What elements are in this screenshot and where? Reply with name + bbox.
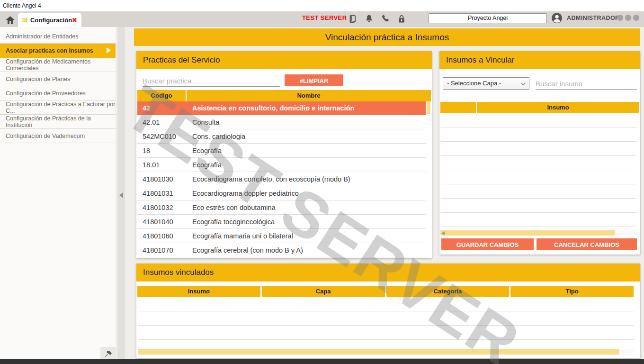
practice-code: 41801031 bbox=[137, 190, 192, 197]
practice-name: Asistencia en consultorio, domicilio e i… bbox=[192, 104, 426, 112]
column-header-nombre[interactable]: Nombre bbox=[187, 90, 431, 101]
capa-select[interactable]: - Seleccione Capa - bbox=[443, 77, 529, 90]
search-insumo-input[interactable] bbox=[536, 78, 637, 90]
pin-icon bbox=[104, 350, 113, 359]
page-title: Vinculación práctica a Insumos bbox=[134, 28, 640, 46]
practices-panel-title: Practicas del Servicio bbox=[136, 51, 432, 69]
search-practice-input[interactable] bbox=[143, 75, 280, 87]
table-row[interactable]: 41801031 Ecocardiograma doppler pediatri… bbox=[137, 186, 426, 200]
empty-row bbox=[441, 199, 636, 213]
sidebar-item-administrador-entidades[interactable]: Administrador de Entidades bbox=[0, 29, 116, 44]
practice-name: Eco estrés con dobutamina bbox=[192, 204, 426, 211]
horizontal-scrollbar-thumb[interactable] bbox=[440, 230, 615, 236]
horizontal-scrollbar-thumb[interactable] bbox=[138, 349, 619, 355]
practice-code: 41801070 bbox=[137, 246, 192, 254]
scrollbar-arrow-icon bbox=[441, 231, 445, 235]
practices-panel: Practicas del Servicio #LIMPIAR Codigo N… bbox=[136, 51, 432, 258]
status-dots bbox=[617, 15, 639, 21]
table-row[interactable]: 41801060 Ecografía mamaria uni o bilater… bbox=[137, 229, 426, 243]
vinculados-table-body bbox=[138, 297, 634, 340]
user-avatar[interactable] bbox=[551, 12, 563, 24]
phone-button[interactable] bbox=[380, 13, 391, 24]
capa-select-value: - Seleccione Capa - bbox=[447, 80, 501, 87]
tab-configuracion[interactable]: Configuración ✖ bbox=[18, 13, 81, 27]
horizontal-scrollbar[interactable] bbox=[440, 230, 636, 236]
table-row[interactable]: 542MC010 Cons. cardiologia bbox=[137, 129, 426, 144]
table-row[interactable]: 18.01 Ecografía bbox=[137, 158, 426, 172]
empty-row bbox=[441, 113, 636, 127]
table-row[interactable]: 18 Ecografía bbox=[137, 144, 426, 158]
table-row[interactable]: 41801030 Ecocardiograma completo, con ec… bbox=[137, 172, 426, 186]
sidebar-item-practicas-institucion[interactable]: Configuración de Prácticas de la Institu… bbox=[0, 115, 116, 129]
table-row[interactable]: 41801032 Eco estrés con dobutamina bbox=[137, 200, 426, 215]
practices-table-header: Codigo Nombre bbox=[137, 90, 431, 101]
practice-name: Ecocardiograma doppler pediatrico bbox=[192, 190, 426, 197]
home-button[interactable] bbox=[4, 14, 16, 26]
practices-table-body: 42 Asistencia en consultorio, domicilio … bbox=[137, 101, 426, 257]
column-header-categoria[interactable]: Categoria bbox=[386, 286, 510, 297]
book-icon bbox=[348, 14, 358, 24]
lock-button[interactable] bbox=[396, 13, 407, 24]
empty-row bbox=[441, 170, 636, 184]
insumos-panel-title: Insumos a Vincular bbox=[439, 51, 640, 69]
column-header-insumo[interactable]: Insumo bbox=[137, 286, 260, 297]
bottom-bar bbox=[0, 359, 644, 364]
practice-code: 18.01 bbox=[137, 161, 192, 169]
practice-code: 41801032 bbox=[137, 204, 192, 211]
phone-icon bbox=[380, 14, 390, 24]
cancel-button[interactable]: CANCELAR CAMBIOS bbox=[537, 238, 637, 250]
book-button[interactable] bbox=[347, 13, 358, 24]
table-row[interactable]: 42.01 Consulta bbox=[137, 115, 426, 129]
vinculados-panel-title: Insumos vinculados bbox=[136, 264, 640, 282]
practice-name: Ecocardiograma completo, con ecoscopía (… bbox=[192, 175, 426, 183]
table-row[interactable]: 41801070 Ecografía cerebral (con modo B … bbox=[137, 243, 426, 257]
selected-arrow-icon bbox=[107, 47, 111, 53]
bell-icon bbox=[364, 14, 374, 24]
collapse-arrow-icon[interactable] bbox=[119, 192, 123, 198]
sidebar-item-proveedores[interactable]: Configuración de Proveedores bbox=[0, 86, 116, 100]
table-row[interactable]: 42 Asistencia en consultorio, domicilio … bbox=[137, 101, 426, 115]
table-row[interactable]: 41801040 Ecografía tocoginecológica bbox=[137, 215, 426, 229]
empty-row bbox=[138, 311, 634, 326]
sidebar-splitter[interactable] bbox=[116, 27, 127, 364]
insumos-table-body bbox=[441, 113, 636, 227]
column-header-tipo[interactable]: Tipo bbox=[510, 286, 634, 297]
sidebar-item-planes[interactable]: Configuración de Planes bbox=[0, 72, 116, 86]
clear-button[interactable]: #LIMPIAR bbox=[285, 74, 343, 86]
practice-code: 18 bbox=[137, 147, 192, 155]
practice-code: 42.01 bbox=[137, 118, 192, 126]
vinculados-table-header: Insumo Capa Categoria Tipo bbox=[137, 286, 634, 297]
notifications-button[interactable] bbox=[364, 13, 375, 24]
empty-row bbox=[441, 142, 636, 156]
sidebar: Administrador de Entidades Asociar pract… bbox=[0, 27, 116, 364]
close-icon[interactable]: ✖ bbox=[72, 17, 77, 23]
lock-icon bbox=[397, 14, 406, 24]
save-button[interactable]: GUARDAR CAMBIOS bbox=[441, 238, 534, 250]
practice-name: Ecografía tocoginecológica bbox=[192, 218, 426, 226]
practice-code: 542MC010 bbox=[137, 133, 192, 140]
empty-row bbox=[138, 297, 634, 311]
project-button[interactable]: Proyecto Angel bbox=[429, 13, 547, 23]
sidebar-item-vademecum[interactable]: Configuración de Vademecum bbox=[0, 129, 116, 143]
column-header-blank bbox=[440, 102, 476, 113]
sidebar-item-practicas-facturar[interactable]: Configuración de Prácticas a Facturar po… bbox=[0, 100, 116, 115]
practice-code: 41801040 bbox=[137, 218, 192, 226]
column-header-insumo[interactable]: Insumo bbox=[477, 102, 639, 113]
window-titlebar: Cliente Angel 4 bbox=[0, 0, 644, 11]
insumos-table-header: Insumo bbox=[440, 102, 639, 113]
vinculados-panel: Insumos vinculados Insumo Capa Categoria… bbox=[136, 264, 640, 358]
insumos-panel: Insumos a Vincular - Seleccione Capa - I… bbox=[439, 51, 640, 255]
column-header-codigo[interactable]: Codigo bbox=[137, 90, 186, 101]
sidebar-item-label: Configuración de Medicamentos Comerciale… bbox=[6, 58, 116, 72]
vertical-scrollbar-thumb[interactable] bbox=[427, 101, 430, 114]
sidebar-item-asociar-practicas[interactable]: Asociar practicas con Insumos bbox=[0, 44, 116, 58]
practice-code: 41801060 bbox=[137, 232, 192, 240]
column-header-capa[interactable]: Capa bbox=[262, 286, 385, 297]
window-title: Cliente Angel 4 bbox=[3, 0, 644, 11]
status-dot bbox=[617, 15, 623, 21]
practice-name: Ecografía bbox=[192, 161, 426, 169]
server-label: TEST SERVER bbox=[302, 14, 347, 21]
sidebar-item-medicamentos-comerciales[interactable]: Configuración de Medicamentos Comerciale… bbox=[0, 58, 116, 72]
empty-row bbox=[138, 326, 634, 340]
horizontal-scrollbar[interactable] bbox=[138, 349, 634, 355]
